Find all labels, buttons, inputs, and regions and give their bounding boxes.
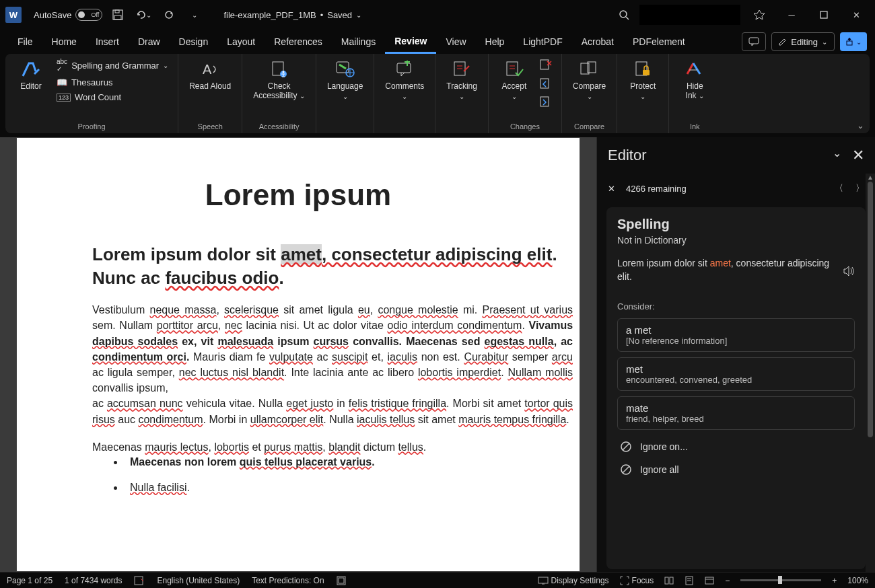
- read-aloud-button[interactable]: A Read Aloud: [185, 57, 235, 94]
- display-settings[interactable]: Display Settings: [538, 576, 609, 585]
- macros-icon[interactable]: [337, 576, 346, 585]
- status-bar: Page 1 of 25 1 of 7434 words English (Un…: [0, 572, 875, 588]
- text-predictions-status[interactable]: Text Predictions: On: [252, 576, 324, 585]
- title-dropdown-icon[interactable]: ⌄: [356, 11, 361, 19]
- collapse-ribbon-icon[interactable]: ⌄: [857, 120, 864, 131]
- zoom-in-button[interactable]: +: [832, 576, 837, 585]
- suggestion-item[interactable]: a met [No reference information]: [617, 318, 855, 352]
- accept-button[interactable]: Accept⌄: [495, 57, 533, 103]
- doc-paragraph-2: ac accumsan nunc vehicula vitae. Nulla e…: [17, 396, 580, 427]
- svg-rect-2: [114, 15, 121, 20]
- suggestion-item[interactable]: mate friend, helper, breed: [617, 396, 855, 430]
- spelling-grammar-button[interactable]: abc✓ Spelling and Grammar ⌄: [54, 57, 171, 74]
- tab-home[interactable]: Home: [42, 30, 86, 54]
- print-layout-icon[interactable]: [685, 576, 694, 585]
- comments-ribbon-button[interactable]: Comments⌄: [381, 57, 428, 103]
- hide-ink-button[interactable]: HideInk ⌄: [676, 57, 713, 103]
- next-change-button[interactable]: [537, 93, 555, 110]
- read-mode-icon[interactable]: [664, 576, 674, 585]
- pane-collapse-icon[interactable]: ⌄: [833, 147, 841, 164]
- page-indicator[interactable]: Page 1 of 25: [7, 576, 53, 585]
- tracking-button[interactable]: Tracking⌄: [442, 57, 481, 103]
- editing-mode-button[interactable]: Editing ⌄: [771, 32, 835, 51]
- redo-button[interactable]: [159, 5, 179, 25]
- doc-subtitle: Lorem ipsum dolor sit amet, consectetur …: [17, 243, 580, 290]
- autosave-label: AutoSave: [34, 10, 71, 20]
- protect-button[interactable]: Protect⌄: [624, 57, 662, 103]
- document-page[interactable]: Lorem ipsum Lorem ipsum dolor sit amet, …: [16, 137, 580, 572]
- tab-references[interactable]: References: [265, 30, 332, 54]
- editor-button[interactable]: Editor: [12, 57, 50, 94]
- compare-button[interactable]: Compare⌄: [569, 57, 610, 103]
- save-state: Saved: [327, 10, 352, 20]
- accessibility-group-label: Accessibility: [259, 122, 300, 132]
- svg-rect-37: [665, 577, 668, 584]
- doc-paragraph-1: Vestibulum neque massa, scelerisque sit …: [17, 302, 580, 396]
- share-button[interactable]: ⌄: [840, 32, 867, 51]
- compare-group-label: Compare: [574, 122, 604, 132]
- svg-rect-26: [643, 70, 650, 75]
- minimize-button[interactable]: ─: [778, 5, 805, 25]
- zoom-level[interactable]: 100%: [847, 576, 868, 585]
- web-layout-icon[interactable]: [705, 576, 714, 585]
- tab-design[interactable]: Design: [170, 30, 218, 54]
- word-count[interactable]: 1 of 7434 words: [65, 576, 122, 585]
- search-button[interactable]: [614, 5, 634, 25]
- suggestion-item[interactable]: met encountered, convened, greeted: [617, 357, 855, 391]
- focus-mode[interactable]: Focus: [620, 576, 654, 585]
- spellcheck-status-icon[interactable]: [134, 576, 145, 585]
- zoom-slider[interactable]: [740, 579, 821, 581]
- account-area[interactable]: [639, 5, 740, 25]
- maximize-button[interactable]: [810, 5, 837, 25]
- tab-draw[interactable]: Draw: [129, 30, 170, 54]
- tab-layout[interactable]: Layout: [217, 30, 265, 54]
- language-button[interactable]: Language⌄: [323, 57, 367, 103]
- svg-line-29: [623, 443, 629, 450]
- read-aloud-icon[interactable]: [843, 265, 855, 277]
- premium-icon[interactable]: [746, 5, 773, 25]
- language-status[interactable]: English (United States): [157, 576, 240, 585]
- tab-file[interactable]: File: [8, 30, 42, 54]
- tab-insert[interactable]: Insert: [86, 30, 129, 54]
- word-count-button[interactable]: 123 Word Count: [54, 91, 171, 104]
- editor-card: Spelling Not in Dictionary Lorem ipsum d…: [606, 207, 866, 569]
- thesaurus-button[interactable]: 📖Thesaurus: [54, 76, 171, 89]
- comments-button[interactable]: [742, 32, 766, 51]
- tab-acrobat[interactable]: Acrobat: [572, 30, 623, 54]
- back-icon[interactable]: ✕: [608, 184, 615, 194]
- tab-mailings[interactable]: Mailings: [332, 30, 385, 54]
- tab-lightpdf[interactable]: LightPDF: [514, 30, 571, 54]
- autosave-toggle[interactable]: Off: [75, 9, 102, 21]
- svg-line-31: [623, 466, 629, 473]
- zoom-out-button[interactable]: −: [725, 576, 730, 585]
- ignore-all-button[interactable]: Ignore all: [617, 458, 855, 481]
- save-button[interactable]: [108, 5, 128, 25]
- close-button[interactable]: ✕: [843, 5, 870, 25]
- tab-view[interactable]: View: [436, 30, 475, 54]
- undo-button[interactable]: ⌄: [133, 5, 153, 25]
- prev-issue-icon[interactable]: 〈: [835, 182, 843, 194]
- changes-group-label: Changes: [510, 122, 540, 132]
- previous-change-button[interactable]: [537, 75, 555, 92]
- document-surface[interactable]: Lorem ipsum Lorem ipsum dolor sit amet, …: [0, 137, 596, 572]
- svg-text:A: A: [203, 62, 212, 77]
- tab-help[interactable]: Help: [476, 30, 514, 54]
- tab-review[interactable]: Review: [385, 30, 436, 54]
- reject-button[interactable]: [537, 57, 555, 74]
- svg-rect-38: [670, 577, 673, 584]
- pane-close-icon[interactable]: ✕: [852, 147, 864, 164]
- check-accessibility-button[interactable]: CheckAccessibility ⌄: [249, 57, 309, 103]
- ribbon-tabs: FileHomeInsertDrawDesignLayoutReferences…: [0, 30, 875, 54]
- document-name[interactable]: file-example_PDF_1MB: [223, 10, 316, 20]
- tab-pdfelement[interactable]: PDFelement: [623, 30, 695, 54]
- ink-group-label: Ink: [690, 122, 700, 132]
- qat-dropdown[interactable]: ⌄: [184, 5, 205, 25]
- ignore-once-button[interactable]: Ignore on...: [617, 435, 855, 458]
- editor-pane-scrollbar[interactable]: ▲: [866, 174, 875, 572]
- editor-pane-title: Editor: [608, 147, 646, 164]
- next-issue-icon[interactable]: 〉: [855, 182, 864, 194]
- svg-rect-6: [820, 11, 827, 18]
- speech-group-label: Speech: [198, 122, 223, 132]
- svg-point-3: [166, 11, 172, 18]
- editor-card-subtitle: Not in Dictionary: [617, 235, 855, 246]
